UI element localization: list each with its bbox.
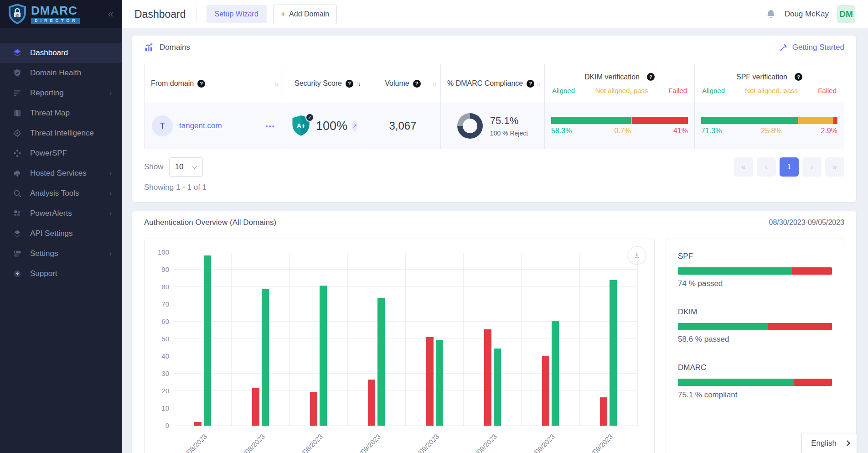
col-from-domain: From domain ? ↑↓ — [145, 64, 283, 103]
x-tick-label: 05/09/2023 — [584, 432, 614, 453]
external-link-icon[interactable]: ↗ — [352, 120, 357, 132]
x-tick-label: 02/09/2023 — [411, 432, 440, 453]
spf-progress-bar — [678, 267, 832, 275]
auth-title: Authentication Overview (All Domains) — [144, 218, 276, 227]
lightning-circle-icon — [13, 269, 23, 279]
sidebar-item-hosted-services[interactable]: Hosted Services › — [0, 163, 122, 183]
bar-group — [348, 253, 406, 426]
cell-from-domain: T tangent.com ••• — [145, 103, 283, 149]
bar-chart-icon — [144, 42, 154, 52]
chevron-right-icon: › — [109, 250, 112, 258]
bar-green — [262, 289, 269, 426]
language-selector[interactable]: English — [801, 433, 857, 453]
sidebar-item-powerspf[interactable]: PowerSPF — [0, 143, 122, 163]
plus-icon: + — [281, 10, 286, 19]
getting-started-link[interactable]: Getting Started — [779, 43, 844, 52]
col-dkim-verification: DKIM verification ? Aligned Not aligned,… — [545, 64, 695, 103]
y-tick-label: 30 — [154, 370, 169, 377]
sidebar-item-domain-health[interactable]: Domain Health — [0, 63, 122, 83]
table-footer: Show 10 « ‹ 1 › » — [144, 157, 844, 177]
pagination: « ‹ 1 › » — [734, 157, 844, 177]
y-tick-label: 40 — [154, 352, 169, 360]
summary-dmarc: DMARC 75.1 % compliant — [678, 363, 832, 400]
dashboard-icon — [13, 48, 23, 58]
sidebar-item-api-settings[interactable]: API Settings — [0, 224, 122, 244]
help-icon[interactable]: ? — [346, 80, 353, 88]
prev-page-button[interactable]: ‹ — [757, 157, 776, 177]
score-grade: A+ — [297, 122, 305, 130]
next-page-button[interactable]: › — [802, 157, 822, 177]
sidebar-nav: Dashboard Domain Health Reporting › Thre… — [0, 43, 122, 284]
cloud-icon — [13, 168, 23, 178]
content: Domains Getting Started From domain ? ↑↓… — [122, 28, 868, 453]
show-label: Show — [144, 162, 164, 172]
chart-inner: 0102030405060708090100 29/08/202330/08/2… — [174, 253, 638, 453]
sidebar-item-label: Hosted Services — [30, 169, 87, 178]
setup-wizard-button[interactable]: Setup Wizard — [207, 5, 267, 23]
sub-label-failed: Failed — [668, 87, 687, 94]
first-page-button[interactable]: « — [734, 157, 753, 177]
sidebar-item-threat-map[interactable]: Threat Map — [0, 103, 122, 123]
x-tick-label: 30/08/2023 — [237, 432, 266, 453]
sidebar-item-support[interactable]: Support — [0, 264, 122, 284]
bar-green — [320, 286, 327, 426]
cell-spf: 71.3% 25.8% 2.9% — [695, 103, 844, 149]
bar-green — [436, 340, 443, 426]
row-menu-icon[interactable]: ••• — [265, 122, 275, 130]
domain-link[interactable]: tangent.com — [179, 121, 222, 130]
bar-green — [494, 349, 501, 426]
dots-diamond-icon — [13, 148, 23, 158]
domains-title-row: Domains — [144, 42, 190, 52]
help-icon[interactable]: ? — [413, 80, 421, 88]
x-tick-label: 29/08/2023 — [179, 432, 208, 453]
domains-table: From domain ? ↑↓ Security Score ? ↑↓ Vol… — [144, 64, 844, 149]
sidebar-item-settings[interactable]: Settings › — [0, 244, 122, 264]
summary-label: DKIM — [678, 307, 832, 317]
sidebar-collapse-icon[interactable]: « — [108, 8, 114, 20]
bar-red — [194, 422, 202, 426]
sidebar-item-label: Threat Map — [30, 109, 70, 118]
sidebar-item-dashboard[interactable]: Dashboard — [0, 43, 122, 63]
sort-icon[interactable]: ↑↓ — [274, 80, 278, 87]
sort-icon[interactable]: ↑↓ — [432, 80, 436, 87]
sort-icon[interactable]: ↑↓ — [536, 80, 540, 87]
chevron-down-icon — [191, 164, 196, 169]
page-size-select[interactable]: 10 — [169, 157, 203, 177]
sidebar-item-reporting[interactable]: Reporting › — [0, 83, 122, 103]
help-icon[interactable]: ? — [795, 73, 802, 81]
spf-stacked-bar — [701, 117, 837, 124]
notifications-bell-icon[interactable] — [765, 9, 776, 20]
help-icon[interactable]: ? — [647, 73, 655, 81]
domains-card: Domains Getting Started From domain ? ↑↓… — [132, 36, 856, 202]
col-label: Security Score — [294, 79, 342, 88]
help-icon[interactable]: ? — [197, 80, 205, 88]
grid-icon — [13, 208, 23, 219]
spf-not-aligned-value: 25.8% — [761, 127, 781, 135]
sidebar-item-label: Dashboard — [30, 48, 68, 57]
bar-group — [406, 253, 464, 426]
sidebar-item-threat-intelligence[interactable]: Threat Intelligence — [0, 123, 122, 143]
x-tick-label: 04/09/2023 — [527, 432, 556, 453]
page-number-button[interactable]: 1 — [780, 157, 799, 177]
y-tick-label: 60 — [154, 318, 169, 325]
summary-dkim: DKIM 58.6 % passed — [678, 307, 832, 344]
summary-label: DMARC — [678, 363, 832, 372]
sidebar-item-analysis-tools[interactable]: Analysis Tools › — [0, 183, 122, 203]
summary-caption: 74 % passed — [678, 279, 832, 288]
auth-chart-xlabels: 29/08/202330/08/202331/08/202301/09/2023… — [174, 426, 638, 453]
col-label: SPF verification — [736, 73, 787, 81]
sidebar-item-poweralerts[interactable]: PowerAlerts › — [0, 203, 122, 224]
dkim-aligned-value: 58.3% — [551, 127, 572, 135]
user-avatar[interactable]: DM — [837, 5, 855, 23]
sidebar-item-label: Domain Health — [30, 68, 81, 78]
col-volume: Volume ? ↑↓ — [365, 64, 441, 103]
last-page-button[interactable]: » — [825, 157, 844, 177]
add-domain-button[interactable]: + Add Domain — [273, 5, 337, 24]
chevron-right-icon — [844, 440, 850, 446]
col-label: % DMARC Compliance — [447, 79, 523, 88]
cell-security-score: A+ ✓ 100% ↗ — [283, 103, 365, 149]
compliance-text: 75.1% 100 % Reject — [490, 115, 528, 137]
topbar-right: Doug McKay DM — [765, 5, 855, 23]
help-icon[interactable]: ? — [527, 80, 534, 88]
sort-icon[interactable]: ↑↓ — [356, 80, 360, 87]
